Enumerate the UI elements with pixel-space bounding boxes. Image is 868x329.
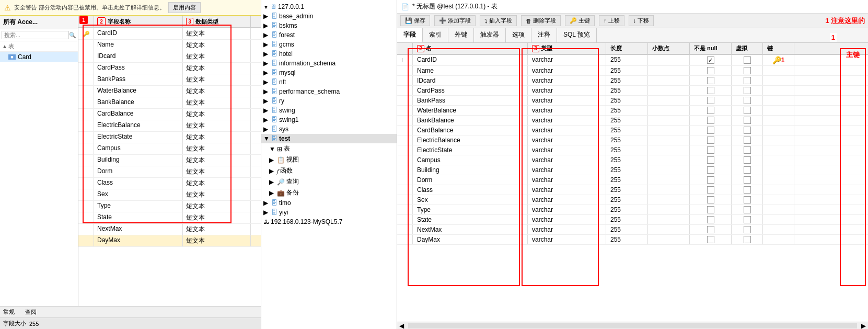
rtd-notnull[interactable] — [690, 215, 732, 224]
tree-db-item[interactable]: ▶🗄bskms — [261, 21, 397, 30]
tree-query_group[interactable]: ▶🔎查询 — [261, 176, 397, 187]
notnull-checkbox[interactable] — [707, 216, 714, 223]
virtual-checkbox[interactable] — [744, 206, 751, 213]
virtual-checkbox[interactable] — [744, 236, 751, 243]
rtd-virtual[interactable] — [732, 225, 763, 234]
tree-db-item[interactable]: ▶🗄nft — [261, 77, 397, 87]
add-field-button[interactable]: ➕ 添加字段 — [434, 15, 476, 26]
tab-SQL预览[interactable]: SQL 预览 — [557, 28, 597, 42]
delete-field-button[interactable]: 🗑 删除字段 — [521, 15, 561, 26]
rtd-virtual[interactable] — [732, 175, 763, 185]
right-table-row[interactable]: NextMax varchar 255 — [397, 225, 868, 235]
virtual-checkbox[interactable] — [744, 176, 751, 184]
left-table-row[interactable]: Type 短文本 — [78, 201, 261, 212]
scroll-right-icon[interactable]: ▶ — [859, 322, 868, 330]
rtd-notnull[interactable] — [690, 175, 732, 185]
sidebar-item-card[interactable]: ■ Card — [0, 52, 78, 62]
rtd-notnull[interactable] — [690, 185, 732, 195]
virtual-checkbox[interactable] — [744, 127, 751, 134]
left-table-row[interactable]: DayMax 短文本 — [78, 235, 261, 247]
rtd-notnull[interactable] — [690, 106, 732, 115]
rtd-notnull[interactable] — [690, 205, 732, 214]
virtual-checkbox[interactable] — [744, 87, 751, 94]
right-table-row[interactable]: BankPass varchar 255 — [397, 96, 868, 106]
left-table-row[interactable]: BankPass 短文本 — [78, 74, 261, 86]
notnull-checkbox[interactable] — [707, 156, 714, 164]
h-scroll-track[interactable] — [408, 323, 857, 328]
notnull-checkbox[interactable] — [707, 107, 714, 114]
right-table-row[interactable]: Campus varchar 255 — [397, 155, 868, 165]
rtd-virtual[interactable] — [732, 215, 763, 224]
rtd-virtual[interactable] — [732, 96, 763, 105]
save-button[interactable]: 💾 保存 — [400, 15, 430, 26]
notnull-checkbox[interactable] — [707, 196, 714, 203]
notnull-checkbox[interactable] — [707, 117, 714, 124]
virtual-checkbox[interactable] — [744, 77, 751, 84]
right-table-row[interactable]: BankBalance varchar 255 — [397, 116, 868, 126]
rtd-virtual[interactable] — [732, 155, 763, 165]
rtd-virtual[interactable] — [732, 55, 763, 65]
tree-db-item[interactable]: ▶🗄swing1 — [261, 115, 397, 124]
tab-字段[interactable]: 字段 — [397, 28, 423, 42]
right-table-row[interactable]: CardBalance varchar 255 — [397, 126, 868, 135]
scroll-left-icon[interactable]: ◀ — [397, 322, 406, 330]
rtd-virtual[interactable] — [732, 126, 763, 135]
right-table-row[interactable]: State varchar 255 — [397, 215, 868, 225]
rtd-notnull[interactable] — [690, 76, 732, 85]
left-table-row[interactable]: 🔑 CardID 短文本 — [78, 28, 261, 40]
virtual-checkbox[interactable] — [744, 56, 751, 64]
rtd-notnull[interactable] — [690, 96, 732, 105]
virtual-checkbox[interactable] — [744, 166, 751, 174]
tree-server-node[interactable]: ▼ 🖥 127.0.0.1 — [261, 2, 397, 12]
tree-db-item[interactable]: ▶🗄gcms — [261, 40, 397, 49]
tab-索引[interactable]: 索引 — [423, 28, 448, 42]
tree-db-item[interactable]: ▼🗄test — [261, 134, 397, 143]
virtual-checkbox[interactable] — [744, 196, 751, 203]
tree-backup_group[interactable]: ▶💼备份 — [261, 187, 397, 198]
tree-db-item[interactable]: ▶🗄mysql — [261, 68, 397, 77]
rtd-notnull[interactable] — [690, 116, 732, 125]
virtual-checkbox[interactable] — [744, 117, 751, 124]
notnull-checkbox[interactable] — [707, 67, 714, 74]
rtd-notnull[interactable] — [690, 55, 732, 65]
notnull-checkbox[interactable] — [707, 166, 714, 174]
tree-view_group[interactable]: ▶📋视图 — [261, 154, 397, 165]
sidebar-section-tables[interactable]: ▲ 表 — [0, 41, 78, 52]
left-table-row[interactable]: NextMax 短文本 — [78, 224, 261, 235]
notnull-checkbox[interactable] — [707, 97, 714, 104]
notnull-checkbox[interactable] — [707, 226, 714, 233]
tree-db-item[interactable]: ▶🗄hotel — [261, 49, 397, 59]
left-table-row[interactable]: Name 短文本 — [78, 40, 261, 51]
move-up-button[interactable]: ↑ 上移 — [599, 15, 624, 26]
tree-db-item[interactable]: ▶🗄timo — [261, 198, 397, 208]
tree-bottom-server[interactable]: 🖧 192.168.0.123-MySQL5.7 — [261, 217, 397, 226]
left-table-row[interactable]: ElectricBalance 短文本 — [78, 120, 261, 132]
rtd-virtual[interactable] — [732, 165, 763, 175]
right-table-row[interactable]: WaterBalance varchar 255 — [397, 106, 868, 116]
notnull-checkbox[interactable] — [707, 176, 714, 184]
notnull-checkbox[interactable] — [707, 127, 714, 134]
left-table-row[interactable]: State 短文本 — [78, 212, 261, 224]
right-table-row[interactable]: Dorm varchar 255 — [397, 175, 868, 185]
search-input[interactable] — [2, 31, 69, 39]
left-table-row[interactable]: BankBalance 短文本 — [78, 97, 261, 109]
tree-db-item[interactable]: ▶🗄yiyi — [261, 208, 397, 217]
virtual-checkbox[interactable] — [744, 146, 751, 154]
rtd-virtual[interactable] — [732, 145, 763, 155]
enable-content-button[interactable]: 启用内容 — [168, 2, 201, 13]
right-table-row[interactable]: ElectricState varchar 255 — [397, 145, 868, 155]
tree-db-item[interactable]: ▶🗄performance_schema — [261, 87, 397, 96]
rtd-virtual[interactable] — [732, 235, 763, 244]
left-table-row[interactable]: Dorm 短文本 — [78, 166, 261, 178]
rtd-notnull[interactable] — [690, 66, 732, 75]
tree-db-item[interactable]: ▶🗄information_schema — [261, 59, 397, 68]
rtd-notnull[interactable] — [690, 155, 732, 165]
right-table-row[interactable]: Class varchar 255 — [397, 185, 868, 195]
virtual-checkbox[interactable] — [744, 137, 751, 144]
left-table-row[interactable]: IDcard 短文本 — [78, 51, 261, 63]
tree-db-item[interactable]: ▶🗄ry — [261, 96, 397, 106]
left-table-row[interactable]: CardPass 短文本 — [78, 63, 261, 74]
right-table-row[interactable]: Name varchar 255 — [397, 66, 868, 76]
rtd-virtual[interactable] — [732, 116, 763, 125]
rtd-virtual[interactable] — [732, 195, 763, 205]
